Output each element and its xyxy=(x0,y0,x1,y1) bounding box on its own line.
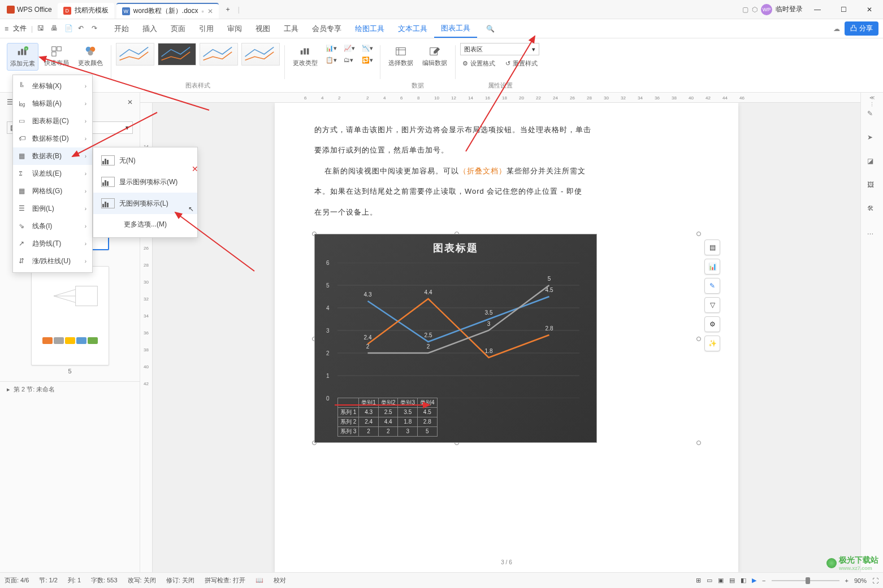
fullscreen-icon[interactable]: ⛶ xyxy=(872,577,878,584)
dd-line[interactable]: ⇘线条(I)› xyxy=(13,217,92,235)
search-icon[interactable]: 🔍 xyxy=(486,25,495,33)
thumbnail-page-5[interactable] xyxy=(31,266,109,365)
menu-tool[interactable]: 工具 xyxy=(277,20,305,37)
image-icon[interactable]: 🖼 xyxy=(867,181,877,191)
view-web-icon[interactable]: ▣ xyxy=(718,577,724,584)
layout-icon[interactable]: ▢ xyxy=(742,6,748,14)
dd-chart-title[interactable]: ▭图表标题(C)› xyxy=(13,112,92,130)
close-button[interactable]: ✕ xyxy=(858,1,881,18)
status-col[interactable]: 列: 1 xyxy=(68,576,81,585)
more-icon[interactable]: … xyxy=(867,228,877,238)
pen-icon[interactable]: ✎ xyxy=(867,110,877,120)
menu-insert[interactable]: 插入 xyxy=(136,20,164,37)
dd-axis-title[interactable]: ㏒轴标题(A)› xyxy=(13,95,92,112)
chart-object[interactable]: 图表标题 01234564.32.53.54.52.44.41.82.82235… xyxy=(314,234,699,443)
chart-filter-btn[interactable]: ▽ xyxy=(704,297,720,313)
print-icon[interactable]: 🖶 xyxy=(51,24,60,33)
zoom-label[interactable]: 90% xyxy=(854,577,867,584)
chart-type-btn[interactable]: 📊 xyxy=(704,259,720,275)
dd-table-more[interactable]: 更多选项...(M) xyxy=(93,214,197,235)
ribbon-small-3[interactable]: 📈▾ xyxy=(341,43,357,54)
dd-table-with-legend[interactable]: 显示图例项标示(W) xyxy=(93,171,197,193)
chart-layout-btn[interactable]: ▤ xyxy=(704,239,720,255)
status-spell[interactable]: 拼写检查: 打开 xyxy=(205,576,245,585)
chart-style-3[interactable] xyxy=(200,43,238,66)
tab-document[interactable]: W word教程（新）.docx ▫ ✕ xyxy=(116,3,219,19)
zoom-slider[interactable] xyxy=(772,580,839,581)
menu-icon[interactable]: ≡ xyxy=(5,25,8,33)
status-page[interactable]: 页面: 4/6 xyxy=(5,576,29,585)
menu-member[interactable]: 会员专享 xyxy=(305,20,348,37)
dd-legend[interactable]: ☰图例(L)› xyxy=(13,200,92,217)
login-label[interactable]: 临时登录 xyxy=(776,5,803,14)
dd-data-table[interactable]: ▦数据表(B)› xyxy=(13,147,92,165)
status-words[interactable]: 字数: 553 xyxy=(91,576,117,585)
dd-updown[interactable]: ⇵涨/跌柱线(U)› xyxy=(13,252,92,270)
dd-error-bar[interactable]: Ɪ误差线(E)› xyxy=(13,165,92,182)
change-type-button[interactable]: 更改类型 xyxy=(289,43,321,69)
sidebar-close-icon[interactable]: ✕ xyxy=(127,98,133,106)
chart-style-4[interactable] xyxy=(241,43,280,66)
dd-table-none[interactable]: ✕ 无(N) xyxy=(93,150,197,171)
reset-style-button[interactable]: ↺重置样式 xyxy=(503,58,540,69)
save-icon[interactable]: 🖫 xyxy=(37,24,46,33)
shape-icon[interactable]: ◪ xyxy=(867,157,877,167)
view-focus-icon[interactable]: ▶ xyxy=(752,577,756,584)
status-proof[interactable]: 校对 xyxy=(274,576,286,585)
cursor-icon[interactable]: ➤ xyxy=(867,133,877,143)
menu-draw-tool[interactable]: 绘图工具 xyxy=(348,20,391,37)
status-revision[interactable]: 修订: 关闭 xyxy=(166,576,194,585)
zoom-in-button[interactable]: + xyxy=(845,577,849,584)
ribbon-small-6[interactable]: 🔁▾ xyxy=(360,55,375,66)
chapter-indicator[interactable]: ▸第 2 节: 未命名 xyxy=(0,381,140,397)
menu-start[interactable]: 开始 xyxy=(107,20,136,37)
avatar[interactable]: WP xyxy=(761,4,772,15)
cube-icon[interactable]: ⬡ xyxy=(752,6,758,14)
undo-icon[interactable]: ↶ xyxy=(78,24,87,33)
chart-area-select[interactable]: 图表区 ▾ xyxy=(460,43,539,55)
dd-axis[interactable]: ╚坐标轴(X)› xyxy=(13,77,92,95)
ribbon-small-5[interactable]: 📉▾ xyxy=(360,43,375,54)
status-track[interactable]: 改写: 关闭 xyxy=(128,576,156,585)
share-button[interactable]: 凸分享 xyxy=(845,21,878,36)
tools-icon[interactable]: 🛠 xyxy=(867,204,877,215)
view-read-icon[interactable]: ◧ xyxy=(741,577,746,584)
redo-icon[interactable]: ↷ xyxy=(92,24,101,33)
select-data-button[interactable]: 选择数据 xyxy=(385,43,417,69)
view-outline-icon[interactable]: ▤ xyxy=(729,577,735,584)
view-page-icon[interactable]: ▭ xyxy=(707,577,712,584)
chart-settings-btn[interactable]: ⚙ xyxy=(704,316,720,332)
chart-edit-btn[interactable]: ✎ xyxy=(704,278,720,294)
dd-data-label[interactable]: 🏷数据标签(D)› xyxy=(13,130,92,147)
file-menu[interactable]: 文件 xyxy=(13,24,27,33)
ruler-horizontal[interactable]: 642 2468 10121416 18202224 26283032 3436… xyxy=(140,93,860,103)
quick-layout-button[interactable]: 快速布局 xyxy=(41,43,72,69)
status-section[interactable]: 节: 1/2 xyxy=(39,576,57,585)
set-format-button[interactable]: ⚙设置格式 xyxy=(460,58,497,69)
minimize-button[interactable]: — xyxy=(806,1,829,18)
tab-close-icon[interactable]: ✕ xyxy=(207,7,213,15)
add-element-button[interactable]: + 添加元素 xyxy=(7,43,38,71)
menu-ref[interactable]: 引用 xyxy=(192,20,220,37)
tab-menu-icon[interactable]: ▫ xyxy=(202,7,204,15)
menu-page[interactable]: 页面 xyxy=(164,20,192,37)
change-color-button[interactable]: 更改颜色 xyxy=(75,43,106,69)
dd-trendline[interactable]: ↗趋势线(T)› xyxy=(13,235,92,252)
chart-ai-btn[interactable]: ✨ xyxy=(704,336,720,351)
dd-gridline[interactable]: ▦网格线(G)› xyxy=(13,182,92,200)
menu-chart-tool[interactable]: 图表工具 xyxy=(434,20,477,38)
dd-table-no-legend[interactable]: 无图例项标示(L) ↖ xyxy=(93,193,197,214)
view-grid-icon[interactable]: ⊞ xyxy=(696,577,701,584)
ribbon-small-1[interactable]: 📊▾ xyxy=(323,43,339,54)
ribbon-small-2[interactable]: 📋▾ xyxy=(323,55,339,66)
chart-style-2[interactable] xyxy=(158,43,196,66)
page[interactable]: 的方式，请单击该图片，图片旁边将会显示布局选项按钮。当处理表格时，单击 要添加行… xyxy=(275,103,738,572)
menu-view[interactable]: 视图 xyxy=(249,20,277,37)
zoom-out-button[interactable]: − xyxy=(762,577,765,584)
ribbon-small-4[interactable]: 🗂▾ xyxy=(341,55,357,66)
menu-text-tool[interactable]: 文本工具 xyxy=(391,20,434,37)
status-book-icon[interactable]: 📖 xyxy=(256,577,263,584)
maximize-button[interactable]: ☐ xyxy=(832,1,855,18)
edit-data-button[interactable]: 编辑数据 xyxy=(419,43,451,69)
cloud-icon[interactable]: ☁ xyxy=(833,25,840,33)
